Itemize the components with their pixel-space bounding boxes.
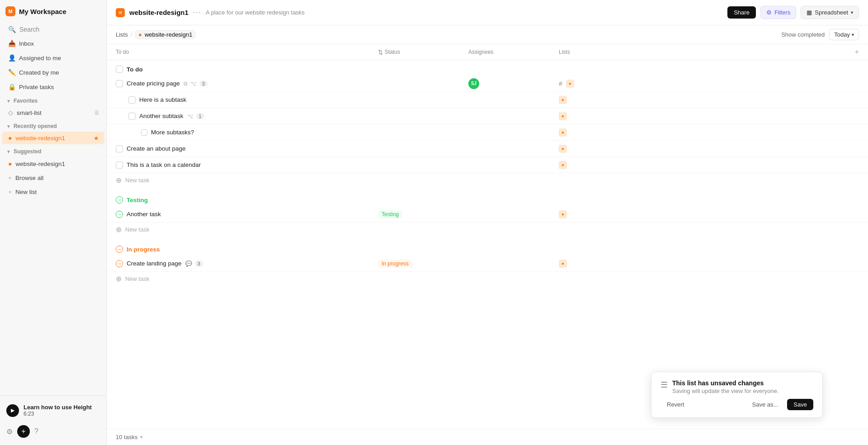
suggested-label: Suggested xyxy=(14,148,41,155)
spreadsheet-button[interactable]: ▦ Spreadsheet ▾ xyxy=(801,6,859,19)
table-row[interactable]: Create an about page ● xyxy=(107,141,868,157)
browse-all-item[interactable]: + Browse all xyxy=(2,171,104,185)
status-badge: In progress xyxy=(378,260,412,268)
help-icon[interactable]: ? xyxy=(34,427,38,436)
task-lists: ● xyxy=(559,260,841,268)
today-label: Today xyxy=(834,31,850,38)
toast-icon: ☰ xyxy=(660,380,668,390)
suggested-section[interactable]: ▼ Suggested xyxy=(0,145,106,156)
new-list-label: New list xyxy=(15,189,37,195)
task-name: Create pricing page xyxy=(127,80,180,87)
table-row[interactable]: → Another task Testing ● xyxy=(107,206,868,222)
inbox-icon: 📥 xyxy=(8,40,15,47)
sidebar-item-private[interactable]: 🔒 Private tasks xyxy=(2,80,104,94)
workspace-name: My Workspace xyxy=(19,8,66,15)
filters-icon: ⚙ xyxy=(766,9,772,16)
settings-icon[interactable]: ⚙ xyxy=(6,427,13,436)
task-checkbox[interactable]: → xyxy=(116,260,123,267)
task-table: To do ⇅ Status Assignees Lists + To do xyxy=(107,44,868,429)
task-status: Testing xyxy=(378,210,468,218)
status-sort-icon: ⇅ xyxy=(378,49,383,56)
new-list-plus-icon: + xyxy=(8,189,12,195)
group-todo-header[interactable]: To do xyxy=(107,60,868,76)
revert-button[interactable]: Revert xyxy=(660,399,690,410)
smart-list-filter-icon: ☰ xyxy=(94,110,99,116)
tasks-count-chevron-icon[interactable]: ▾ xyxy=(140,434,143,440)
table-header: To do ⇅ Status Assignees Lists + xyxy=(107,44,868,60)
learn-box[interactable]: ▶ Learn how to use Height 6:23 xyxy=(0,399,106,421)
smart-list-diamond-icon: ◇ xyxy=(8,109,13,116)
table-row[interactable]: This is a task on a calendar ● xyxy=(107,157,868,173)
workspace-header[interactable]: M My Workspace xyxy=(0,0,106,23)
hash-icon: # xyxy=(559,80,562,87)
table-row[interactable]: → Create landing page 💬 3 In progress ● xyxy=(107,256,868,272)
new-task-row-testing[interactable]: ⊕ New task xyxy=(107,222,868,237)
group-in-progress-header[interactable]: → In progress xyxy=(107,240,868,256)
new-task-row-todo[interactable]: ⊕ New task xyxy=(107,173,868,187)
group-testing-checkbox[interactable]: → xyxy=(116,196,123,204)
breadcrumb-current[interactable]: ● website-redesign1 xyxy=(135,30,196,39)
toast-actions: Revert Save as... Save xyxy=(660,399,813,410)
task-checkbox[interactable] xyxy=(116,161,123,169)
task-checkbox[interactable] xyxy=(116,80,123,87)
favorites-section[interactable]: ▼ Favorites xyxy=(0,94,106,106)
group-testing-header[interactable]: → Testing xyxy=(107,191,868,206)
save-button[interactable]: Save xyxy=(787,399,813,410)
add-button[interactable]: + xyxy=(17,425,30,438)
recently-opened-section[interactable]: ▼ Recently opened xyxy=(0,119,106,131)
subtask-count: 3 xyxy=(199,80,208,87)
sidebar-item-smart-list[interactable]: ◇ smart-list ☰ xyxy=(2,106,104,119)
col-task-label: To do xyxy=(116,49,129,55)
subtask-checkbox[interactable] xyxy=(141,129,147,136)
search-bar[interactable]: 🔍 Search xyxy=(3,23,104,36)
group-todo-checkbox[interactable] xyxy=(116,66,123,73)
sidebar-item-inbox[interactable]: 📥 Inbox xyxy=(2,37,104,50)
search-label: Search xyxy=(19,26,39,33)
group-testing: → Testing → Another task Testing ● xyxy=(107,191,868,237)
list-icon: ● xyxy=(559,161,567,169)
task-lists: ● xyxy=(559,145,841,153)
sidebar-item-website-redesign1[interactable]: ● website-redesign1 ★ xyxy=(2,132,104,144)
task-name: More subtasks? xyxy=(151,129,194,136)
more-options-icon[interactable]: ··· xyxy=(193,8,201,17)
task-checkbox[interactable] xyxy=(116,145,123,152)
col-status-label: Status xyxy=(385,49,400,55)
toast-title: This list has unsaved changes xyxy=(672,379,779,387)
today-button[interactable]: Today ▾ xyxy=(829,29,859,40)
table-row[interactable]: Here is a subtask ● xyxy=(107,92,868,108)
table-row[interactable]: Another subtask ⌥ 1 ● xyxy=(107,108,868,124)
table-row[interactable]: Create pricing page ⧉ ⌥ 3 SJ # ● xyxy=(107,76,868,92)
private-icon: 🔒 xyxy=(8,83,15,90)
group-in-progress-checkbox[interactable]: → xyxy=(116,246,123,253)
add-column-icon[interactable]: + xyxy=(855,48,859,56)
subtask-checkbox[interactable] xyxy=(128,113,136,120)
search-icon: 🔍 xyxy=(8,26,16,33)
list-icon: ● xyxy=(559,210,567,218)
task-checkbox[interactable]: → xyxy=(116,211,123,218)
recently-opened-arrow: ▼ xyxy=(6,124,11,129)
breadcrumb-lists[interactable]: Lists xyxy=(116,31,128,38)
share-button[interactable]: Share xyxy=(727,6,756,19)
new-task-label: New task xyxy=(125,226,149,233)
filters-button[interactable]: ⚙ Filters xyxy=(760,6,796,19)
col-header-add[interactable]: + xyxy=(841,48,859,56)
new-task-plus-icon: ⊕ xyxy=(116,225,122,234)
new-task-row-in-progress[interactable]: ⊕ New task xyxy=(107,272,868,286)
workspace-icon: M xyxy=(5,6,15,16)
col-header-status[interactable]: ⇅ Status xyxy=(378,49,468,56)
sidebar-item-suggested-project[interactable]: ● website-redesign1 xyxy=(2,157,104,170)
new-list-item[interactable]: + New list xyxy=(2,185,104,199)
topbar-project-icon: w xyxy=(116,8,125,17)
sidebar-footer: ⚙ + ? xyxy=(0,421,106,441)
task-name: Create an about page xyxy=(127,145,186,152)
comment-icon: 💬 xyxy=(185,260,192,267)
task-icons: ⧉ ⌥ 3 xyxy=(184,80,208,87)
sidebar-item-assigned[interactable]: 👤 Assigned to me xyxy=(2,51,104,65)
sidebar-item-created[interactable]: ✏️ Created by me xyxy=(2,66,104,79)
save-as-button[interactable]: Save as... xyxy=(746,399,785,410)
show-completed-toggle[interactable]: Show completed xyxy=(781,31,825,38)
suggested-arrow: ▼ xyxy=(6,149,11,154)
col-lists-label: Lists xyxy=(559,49,570,55)
table-row[interactable]: More subtasks? ● xyxy=(107,124,868,141)
subtask-checkbox[interactable] xyxy=(128,96,136,104)
